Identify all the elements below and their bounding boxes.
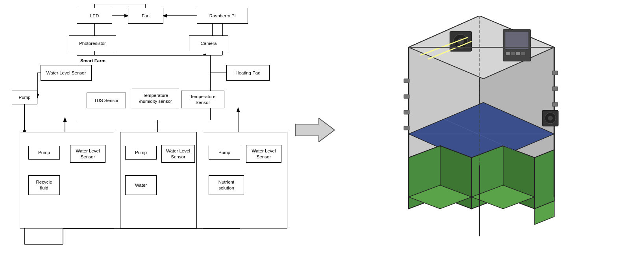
svg-rect-56 — [404, 95, 409, 98]
svg-rect-55 — [404, 79, 409, 83]
svg-rect-49 — [511, 52, 515, 55]
pump-nutrient-box: Pump — [209, 146, 240, 160]
svg-rect-51 — [521, 52, 525, 55]
farm-3d-svg — [389, 16, 586, 244]
temp-sensor-box: Temperature Sensor — [181, 91, 224, 108]
recycle-fluid-box: Recycle fluid — [28, 175, 60, 195]
svg-point-54 — [548, 116, 553, 121]
svg-marker-27 — [295, 118, 335, 142]
diagram-section: Raspberry Pi LED Fan Photoresistor Camer… — [8, 4, 291, 256]
fan-box: Fan — [128, 8, 163, 24]
led-box: LED — [77, 8, 112, 24]
water-level-recycle-box: Water Level Sensor — [70, 145, 105, 163]
heating-pad-box: Heating Pad — [226, 65, 270, 81]
smart-farm-box: Smart Farm — [77, 55, 211, 120]
main-container: Raspberry Pi LED Fan Photoresistor Camer… — [0, 0, 644, 260]
svg-rect-48 — [506, 52, 510, 55]
water-level-sensor-top-box: Water Level Sensor — [41, 65, 92, 81]
nutrient-solution-box: Nutrient solution — [209, 175, 244, 195]
photoresistor-box: Photoresistor — [69, 35, 116, 51]
image-section — [339, 4, 636, 256]
tds-sensor-box: TDS Sensor — [87, 93, 126, 108]
big-right-arrow — [295, 118, 335, 142]
svg-rect-58 — [404, 126, 409, 130]
svg-rect-50 — [516, 52, 520, 55]
temp-humidity-box: Temperature /humidity sensor — [132, 89, 179, 108]
svg-marker-38 — [535, 150, 554, 209]
water-level-water-box: Water Level Sensor — [161, 145, 195, 163]
svg-rect-61 — [552, 102, 558, 106]
pump-main-box: Pump — [12, 91, 37, 104]
smart-farm-3d-illustration — [389, 16, 586, 244]
arrow-section — [291, 118, 339, 142]
water-tank-box: Water — [125, 175, 157, 195]
svg-rect-60 — [552, 87, 558, 91]
pump-recycle-box: Pump — [28, 146, 60, 160]
svg-rect-57 — [404, 110, 409, 114]
camera-box: Camera — [189, 35, 228, 51]
pump-water-box: Pump — [125, 146, 157, 160]
svg-rect-47 — [505, 32, 529, 49]
svg-rect-59 — [552, 71, 558, 75]
raspberry-pi-box: Raspberry Pi — [197, 8, 248, 24]
water-level-nutrient-box: Water Level Sensor — [246, 145, 281, 163]
